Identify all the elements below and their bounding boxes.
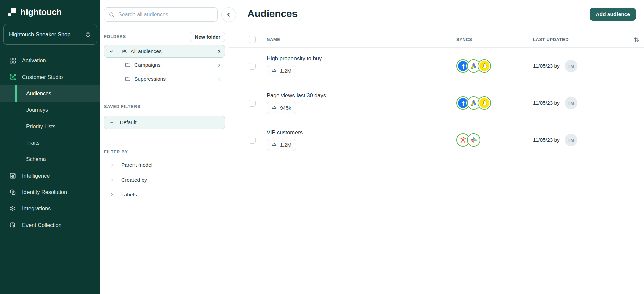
- search-icon: [108, 11, 115, 18]
- row-checkbox[interactable]: [249, 137, 256, 144]
- filter-group-label: Labels: [121, 192, 137, 198]
- filter-group-labels[interactable]: Labels: [104, 187, 225, 202]
- sidebar-item-schema[interactable]: Schema: [0, 151, 100, 167]
- column-header-name: NAME: [256, 37, 456, 42]
- sidebar-item-audiences[interactable]: Audiences: [0, 85, 100, 102]
- filter-by-header: FILTER BY: [104, 150, 225, 154]
- filter-icon: [109, 119, 115, 126]
- audience-name[interactable]: Page views last 30 days: [267, 92, 326, 99]
- filter-group-created-by[interactable]: Created by: [104, 173, 225, 187]
- sidebar-item-intelligence[interactable]: Intelligence: [0, 167, 100, 184]
- column-header-syncs: SYNCS: [456, 37, 533, 42]
- sidebar-item-label: Journeys: [26, 107, 48, 113]
- sidebar-item-identity-resolution[interactable]: Identity Resolution: [0, 184, 100, 200]
- collapse-panel-button[interactable]: [221, 7, 236, 22]
- audience-name-cell: Page views last 30 days 945k: [256, 92, 456, 114]
- sidebar-item-integrations[interactable]: Integrations: [0, 200, 100, 217]
- sidebar-item-traits[interactable]: Traits: [0, 135, 100, 151]
- sidebar-nav: Activation Customer Studio Audie: [0, 52, 100, 233]
- add-audience-button[interactable]: Add audience: [590, 8, 636, 21]
- unfold-icon: [85, 31, 91, 38]
- table-row[interactable]: VIP customers 1.2M: [229, 121, 644, 158]
- sidebar: hightouch Hightouch Sneaker Shop Activat…: [0, 0, 100, 294]
- audiences-panel: FOLDERS New folder All audiences 3: [100, 0, 229, 294]
- syncs-cell[interactable]: [456, 133, 533, 147]
- users-icon: [271, 142, 277, 148]
- slack-icon: [467, 133, 480, 147]
- search-input[interactable]: [118, 12, 213, 18]
- last-updated-cell: 11/05/23 by TM: [533, 60, 632, 72]
- avatar: TM: [565, 134, 577, 146]
- search-box: [104, 7, 218, 22]
- row-checkbox[interactable]: [249, 63, 256, 70]
- audience-size: 1.2M: [280, 68, 291, 74]
- folder-campaigns[interactable]: Campaigns 2: [104, 59, 225, 71]
- folder-name: All audiences: [131, 48, 162, 54]
- sidebar-item-activation[interactable]: Activation: [0, 52, 100, 69]
- filter-groups: Parent model Created by Labels: [100, 158, 229, 202]
- folder-name: Suppressions: [134, 76, 166, 82]
- last-updated-text: 11/05/23 by: [533, 137, 560, 143]
- select-all-checkbox[interactable]: [249, 36, 256, 43]
- last-updated-cell: 11/05/23 by TM: [533, 134, 632, 146]
- snapchat-icon: [478, 59, 491, 73]
- syncs-cell[interactable]: f: [456, 96, 533, 110]
- svg-text:f: f: [462, 100, 465, 107]
- sidebar-item-event-collection[interactable]: Event Collection: [0, 217, 100, 233]
- audience-name[interactable]: VIP customers: [267, 129, 303, 136]
- workspace-name: Hightouch Sneaker Shop: [9, 31, 70, 38]
- folder-count: 2: [218, 62, 220, 68]
- sidebar-item-label: Integrations: [22, 205, 51, 212]
- table-row[interactable]: High propensity to buy 1.2M f: [229, 48, 644, 85]
- audience-size: 1.2M: [280, 142, 291, 148]
- sidebar-item-label: Customer Studio: [22, 74, 63, 80]
- syncs-cell[interactable]: f: [456, 59, 533, 73]
- event-collection-icon: [9, 222, 16, 229]
- svg-text:f: f: [462, 63, 465, 70]
- page-header: Audiences Add audience: [229, 0, 644, 21]
- audience-size-badge: 1.2M: [267, 65, 296, 77]
- hightouch-logo: hightouch: [0, 5, 100, 19]
- audience-name[interactable]: High propensity to buy: [267, 55, 322, 62]
- folder-count: 3: [218, 49, 220, 54]
- customer-studio-icon: [9, 74, 16, 81]
- table-row[interactable]: Page views last 30 days 945k f: [229, 85, 644, 121]
- intelligence-icon: [9, 172, 16, 179]
- snapchat-icon: [478, 96, 491, 110]
- sidebar-item-priority-lists[interactable]: Priority Lists: [0, 118, 100, 135]
- filter-group-label: Created by: [121, 177, 147, 183]
- folder-icon: [125, 76, 131, 82]
- users-icon: [271, 68, 277, 74]
- page-title: Audiences: [247, 8, 298, 19]
- sidebar-item-label: Traits: [26, 140, 39, 146]
- table-header: NAME SYNCS LAST UPDATED: [229, 32, 644, 48]
- sidebar-item-label: Intelligence: [22, 173, 50, 179]
- folder-all-audiences[interactable]: All audiences 3: [104, 45, 225, 58]
- folders-header: FOLDERS: [104, 34, 126, 39]
- sidebar-item-customer-studio[interactable]: Customer Studio: [0, 69, 100, 85]
- avatar: TM: [565, 97, 577, 109]
- filter-group-parent-model[interactable]: Parent model: [104, 158, 225, 173]
- folder-count: 1: [218, 76, 220, 82]
- chevron-down-icon[interactable]: [109, 49, 114, 54]
- sidebar-item-journeys[interactable]: Journeys: [0, 102, 100, 118]
- saved-filters-header: SAVED FILTERS: [104, 104, 225, 109]
- folders-header-row: FOLDERS New folder: [104, 31, 225, 42]
- chevron-right-icon: [110, 192, 114, 197]
- saved-filter-default[interactable]: Default: [104, 116, 225, 129]
- workspace-selector[interactable]: Hightouch Sneaker Shop: [3, 24, 97, 45]
- divider: [104, 139, 225, 139]
- chevron-right-icon: [110, 163, 114, 167]
- logo-text: hightouch: [20, 7, 62, 17]
- sort-icon[interactable]: [633, 36, 641, 44]
- row-checkbox[interactable]: [249, 100, 256, 107]
- folder-suppressions[interactable]: Suppressions 1: [104, 72, 225, 85]
- new-folder-button[interactable]: New folder: [190, 32, 225, 42]
- integrations-icon: [9, 205, 16, 212]
- audience-name-cell: High propensity to buy 1.2M: [256, 55, 456, 77]
- last-updated-cell: 11/05/23 by TM: [533, 97, 632, 109]
- sidebar-item-label: Audiences: [26, 91, 51, 97]
- audience-name-cell: VIP customers 1.2M: [256, 129, 456, 151]
- users-icon: [121, 48, 127, 54]
- sidebar-item-label: Event Collection: [22, 222, 62, 228]
